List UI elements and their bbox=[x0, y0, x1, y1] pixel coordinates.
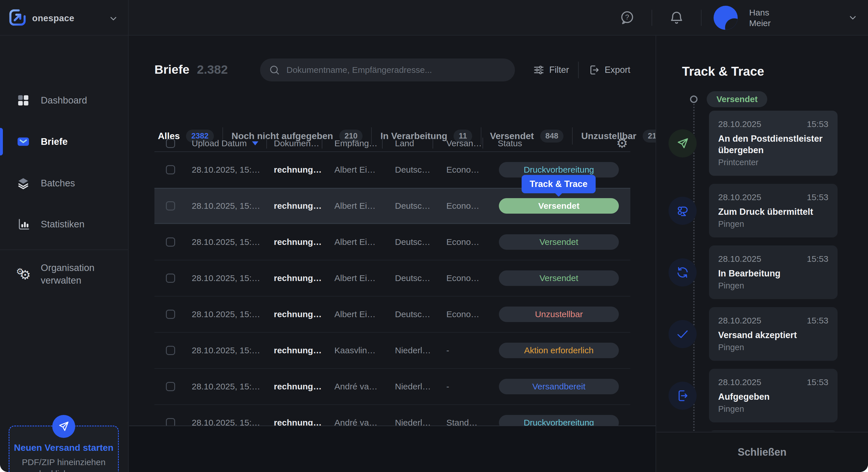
row-checkbox[interactable] bbox=[166, 418, 175, 426]
cell-document: rechnung… bbox=[267, 237, 322, 247]
help-icon[interactable]: ? bbox=[619, 10, 635, 26]
event-subtitle: Printcenter bbox=[718, 158, 828, 167]
column-recipient[interactable]: Empfäng… bbox=[322, 135, 382, 152]
event-title: Zum Druck übermittelt bbox=[718, 206, 828, 217]
column-shipping[interactable]: Versan… bbox=[433, 135, 483, 152]
status-badge: Versendet bbox=[499, 198, 619, 214]
cell-recipient: Albert Ei… bbox=[322, 201, 382, 211]
new-shipment-dropzone[interactable]: Neuen Versand starten PDF/ZIP hineinzieh… bbox=[9, 426, 119, 472]
timeline-event-card: 28.10.2025 15:53 Aufgegeben Pingen bbox=[709, 369, 838, 423]
table-row[interactable]: 28.10.2025, 15:… rechnung… André va… Nie… bbox=[154, 405, 630, 426]
column-upload-date[interactable]: Upload Datum bbox=[186, 135, 267, 152]
search-bar[interactable] bbox=[260, 59, 515, 81]
row-checkbox[interactable] bbox=[166, 346, 175, 355]
event-subtitle: Pingen bbox=[718, 343, 828, 352]
sidebar-item[interactable]: Dashboard bbox=[0, 87, 128, 114]
column-document[interactable]: Dokumen… bbox=[267, 135, 322, 152]
row-checkbox-cell bbox=[154, 165, 186, 174]
cell-recipient: Kaasvlin… bbox=[322, 345, 382, 355]
event-date-row: 28.10.2025 15:53 bbox=[718, 377, 828, 387]
cell-shipping: Econo… bbox=[433, 273, 483, 283]
actions-divider bbox=[578, 62, 579, 78]
event-subtitle: Pingen bbox=[718, 404, 828, 414]
column-label: Upload Datum bbox=[192, 138, 247, 148]
cell-upload-date: 28.10.2025, 15:… bbox=[186, 309, 267, 319]
timeline-icon-column bbox=[656, 129, 709, 158]
sidebar: Dashboard Briefe Batches Statistiken ⚙⚙ … bbox=[0, 36, 129, 472]
track-and-trace-tooltip[interactable]: Track & Trace bbox=[522, 175, 596, 193]
timeline-event: 28.10.2025 15:53 An den Postdienstleiste… bbox=[656, 111, 868, 176]
row-checkbox-cell bbox=[154, 418, 186, 426]
row-checkbox[interactable] bbox=[166, 382, 175, 391]
cell-shipping: Econo… bbox=[433, 165, 483, 175]
row-checkbox[interactable] bbox=[166, 237, 175, 247]
event-date: 28.10.2025 bbox=[718, 254, 761, 264]
status-badge: Aktion erforderlich bbox=[499, 343, 619, 358]
timeline-event: 28.10.2025 15:53 Aufgegeben Pingen bbox=[656, 369, 868, 423]
letters-table: Upload Datum Dokumen… Empfäng… Land Vers… bbox=[154, 135, 630, 426]
select-all-checkbox[interactable] bbox=[166, 139, 175, 148]
top-bar: onespace ? Hans Meier bbox=[0, 0, 868, 36]
cell-recipient: André va… bbox=[322, 382, 382, 392]
user-menu-chevron-down-icon[interactable] bbox=[848, 13, 858, 23]
row-checkbox[interactable] bbox=[166, 165, 175, 174]
sidebar-item-icon bbox=[16, 176, 30, 191]
filter-button[interactable]: Filter bbox=[533, 64, 569, 76]
row-checkbox[interactable] bbox=[166, 310, 175, 319]
cell-country: Niederl… bbox=[382, 345, 433, 355]
column-status[interactable]: Status bbox=[483, 135, 630, 152]
cell-recipient: Albert Ei… bbox=[322, 165, 382, 175]
sidebar-item-icon bbox=[16, 134, 30, 149]
page-title: Briefe bbox=[154, 63, 189, 76]
event-time: 15:53 bbox=[807, 377, 828, 387]
table-settings-gear-icon[interactable]: ⚙ bbox=[615, 136, 629, 150]
row-checkbox[interactable] bbox=[166, 201, 175, 210]
sidebar-item-icon: ⚙⚙ bbox=[16, 267, 30, 281]
column-country[interactable]: Land bbox=[382, 135, 433, 152]
sidebar-item[interactable]: Briefe bbox=[0, 128, 128, 156]
timeline-event-icon bbox=[669, 382, 696, 410]
cell-country: Deutsc… bbox=[382, 273, 433, 283]
event-date: 28.10.2025 bbox=[718, 193, 761, 202]
sidebar-item[interactable]: ⚙⚙ Organisation verwalten bbox=[0, 257, 128, 291]
brand-chevron-down-icon[interactable] bbox=[108, 14, 118, 24]
table-row[interactable]: 28.10.2025, 15:… rechnung… Albert Ei… De… bbox=[154, 224, 630, 260]
cell-status: Versandbereit bbox=[483, 379, 630, 394]
search-icon bbox=[269, 64, 280, 76]
event-date-row: 28.10.2025 15:53 bbox=[718, 254, 828, 264]
sidebar-item-icon bbox=[16, 217, 30, 231]
cell-recipient: Albert Ei… bbox=[322, 237, 382, 247]
timeline-event-icon bbox=[669, 129, 696, 158]
table-row[interactable]: 28.10.2025, 15:… rechnung… Albert Ei… De… bbox=[154, 297, 630, 333]
cell-document: rechnung… bbox=[267, 345, 322, 355]
table-row[interactable]: 28.10.2025, 15:… rechnung… Kaasvlin… Nie… bbox=[154, 333, 630, 369]
cell-shipping: Econo… bbox=[433, 309, 483, 319]
table-row[interactable]: 28.10.2025, 15:… rechnung… André va… Nie… bbox=[154, 369, 630, 405]
row-checkbox[interactable] bbox=[166, 274, 175, 283]
timeline-events: 28.10.2025 15:53 An den Postdienstleiste… bbox=[656, 111, 868, 431]
event-date: 28.10.2025 bbox=[718, 316, 761, 326]
panel-footer: Schließen bbox=[656, 432, 868, 472]
status-badge: Versandbereit bbox=[499, 379, 619, 394]
cell-recipient: André va… bbox=[322, 418, 382, 426]
onespace-logo-icon bbox=[8, 8, 27, 27]
page-header: Briefe 2.382 Filter bbox=[154, 59, 630, 81]
table-row[interactable]: 28.10.2025, 15:… rechnung… Albert Ei… De… bbox=[154, 260, 630, 297]
user-avatar[interactable] bbox=[714, 6, 738, 30]
cell-document: rechnung… bbox=[267, 201, 322, 211]
event-time: 15:53 bbox=[807, 316, 828, 326]
sidebar-item[interactable]: Batches bbox=[0, 169, 128, 197]
notifications-bell-icon[interactable] bbox=[669, 10, 684, 26]
search-input[interactable] bbox=[286, 65, 506, 75]
status-badge: Versendet bbox=[499, 234, 619, 250]
timeline-icon-column bbox=[656, 320, 709, 348]
cell-status: Aktion erforderlich bbox=[483, 343, 630, 358]
sidebar-item[interactable]: Statistiken bbox=[0, 210, 128, 238]
timeline-event-icon bbox=[669, 197, 696, 225]
event-date-row: 28.10.2025 15:53 bbox=[718, 316, 828, 326]
brand-area[interactable]: onespace bbox=[0, 0, 129, 36]
filter-label: Filter bbox=[549, 65, 569, 75]
event-time: 15:53 bbox=[807, 193, 828, 202]
close-button[interactable]: Schließen bbox=[738, 446, 786, 458]
export-button[interactable]: Export bbox=[588, 64, 630, 76]
